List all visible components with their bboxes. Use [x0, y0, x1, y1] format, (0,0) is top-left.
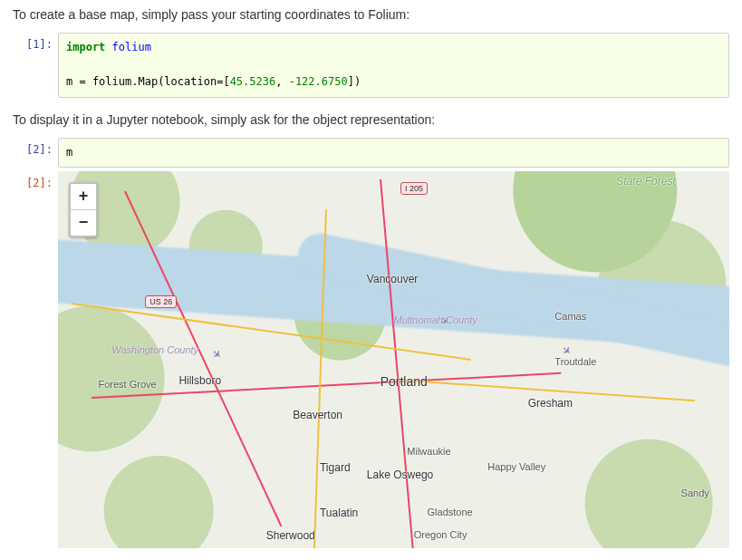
intro-text-2: To display it in a Jupyter notebook, sim… [13, 112, 729, 127]
code-sep: , [275, 75, 288, 88]
folium-map[interactable]: I 205 US 26 ✈ ✈ ✈ State Forest Vancouver… [58, 171, 729, 548]
label-sherwood: Sherwood [266, 529, 315, 542]
label-state-forest: State Forest [616, 175, 675, 188]
module-name: folium [112, 41, 151, 53]
label-gladstone: Gladstone [428, 507, 473, 517]
label-forest-grove: Forest Grove [98, 379, 156, 390]
code-lat: 45.5236 [230, 75, 276, 88]
keyword-import: import [66, 41, 105, 53]
code-cell-2: [2]: m [13, 138, 729, 168]
label-tualatin: Tualatin [320, 507, 358, 519]
code-input-2[interactable]: m [58, 138, 729, 168]
label-multnomah-county: Multnomah County [394, 314, 477, 325]
label-milwaukie: Milwaukie [407, 446, 450, 457]
output-cell-2: [2]: I 205 US 26 ✈ ✈ ✈ State Forest Vanc… [13, 171, 729, 548]
label-beaverton: Beaverton [293, 409, 342, 421]
label-lake-oswego: Lake Oswego [367, 468, 433, 481]
map-terrain [58, 171, 729, 548]
label-vancouver: Vancouver [367, 273, 418, 285]
code-input-1[interactable]: import folium m = folium.Map(location=[4… [58, 33, 729, 98]
zoom-out-button[interactable]: − [71, 209, 96, 236]
label-troutdale: Troutdale [554, 356, 596, 367]
code-cell-1: [1]: import folium m = folium.Map(locati… [13, 33, 729, 98]
zoom-control: + − [69, 182, 98, 237]
shield-us26: US 26 [145, 295, 177, 308]
label-oregon-city: Oregon City [414, 529, 467, 540]
code-line-2-pre: m = folium.Map(location=[ [66, 75, 230, 88]
input-prompt-1: [1]: [13, 33, 58, 51]
label-gresham: Gresham [528, 397, 573, 410]
label-tigard: Tigard [320, 461, 351, 474]
intro-text-1: To create a base map, simply pass your s… [13, 7, 729, 22]
code-line-2-post: ]) [348, 75, 361, 88]
label-happy-valley: Happy Valley [487, 461, 545, 472]
output-prompt-2: [2]: [13, 171, 58, 189]
label-sandy: Sandy [681, 488, 709, 498]
label-camas: Camas [554, 311, 586, 322]
code-lon: -122.6750 [289, 75, 348, 88]
label-portland: Portland [381, 374, 428, 389]
shield-i205: I 205 [400, 182, 428, 195]
input-prompt-2: [2]: [13, 138, 58, 156]
label-washington-county: Washington County [111, 344, 198, 355]
label-hillsboro: Hillsboro [178, 374, 221, 387]
zoom-in-button[interactable]: + [71, 184, 96, 209]
